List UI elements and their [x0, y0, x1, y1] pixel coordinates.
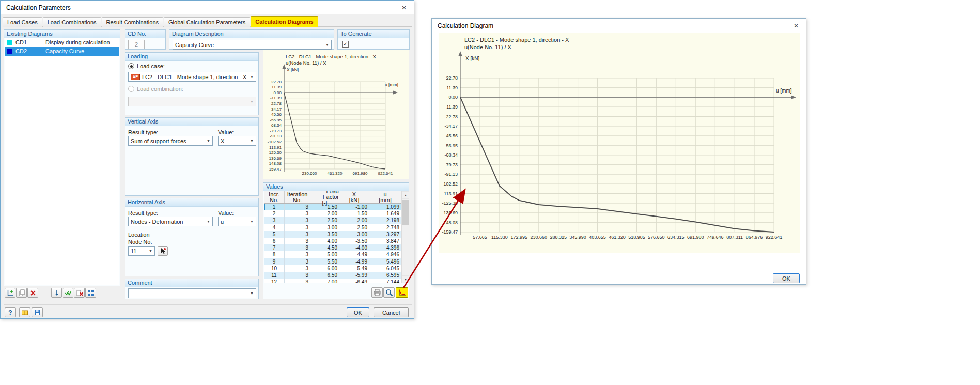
ok-button[interactable]: OK [347, 307, 369, 317]
vertical-axis-header: Vertical Axis [125, 118, 258, 126]
table-row[interactable]: 232.00-1.501.649 [264, 210, 401, 217]
tab-global-calculation-parameters[interactable]: Global Calculation Parameters [164, 17, 250, 27]
values-table: Incr.No.IterationNo.Load Factor[-]X[kN]u… [264, 191, 401, 283]
table-cell: 3 [285, 258, 310, 265]
comment-group: Comment ▼ [125, 279, 259, 299]
dialog-titlebar: Calculation Parameters [1, 1, 414, 14]
table-row[interactable]: 332.50-2.002.198 [264, 217, 401, 224]
table-row[interactable]: 1036.00-5.496.045 [264, 265, 401, 272]
manual-button[interactable] [19, 307, 30, 317]
svg-text:-102.52: -102.52 [442, 181, 458, 187]
show-diagram-button[interactable] [396, 287, 408, 298]
delete-diagram-button[interactable] [74, 288, 85, 298]
sort-diagrams-button[interactable] [51, 288, 62, 298]
ok-label: OK [782, 275, 790, 282]
table-row[interactable]: 131.50-1.001.099 [264, 204, 401, 210]
svg-text:-113.91: -113.91 [442, 191, 458, 196]
chevron-down-icon: ▼ [248, 75, 256, 79]
cd-no-field: 2 [128, 40, 145, 49]
tab-result-combinations[interactable]: Result Combinations [102, 17, 164, 27]
vertical-value-combo[interactable]: X ▼ [218, 136, 256, 146]
svg-text:922.641: 922.641 [766, 235, 783, 240]
tab-load-cases[interactable]: Load Cases [3, 17, 42, 27]
table-cell: 3.297 [369, 231, 401, 238]
table-row[interactable]: 935.50-4.995.496 [264, 258, 401, 265]
save-default-button[interactable] [32, 307, 43, 317]
svg-text:-102.52: -102.52 [268, 140, 282, 144]
table-cell: 2.50 [310, 217, 339, 224]
node-picker-button[interactable] [158, 246, 168, 256]
svg-text:u [mm]: u [mm] [385, 82, 398, 87]
window-titlebar: Calculation Diagram [432, 19, 806, 33]
vertical-result-type-combo[interactable]: Sum of support forces ▼ [128, 136, 213, 146]
svg-text:-159.47: -159.47 [442, 229, 458, 235]
diagram-description-combo[interactable]: Capacity Curve ▼ [173, 40, 332, 50]
table-cell: 1.099 [369, 204, 401, 210]
table-cell: -1.00 [339, 204, 369, 210]
load-combination-radio[interactable]: Load combination: [128, 86, 183, 92]
load-case-value: LC2 - DLC1 - Mode shape 1, direction - X [142, 74, 248, 80]
diagram-id: CD2 [15, 48, 27, 54]
new-diagram-button[interactable] [5, 288, 15, 298]
load-case-combo[interactable]: AE LC2 - DLC1 - Mode shape 1, direction … [128, 72, 256, 82]
horizontal-result-type-combo[interactable]: Nodes - Deformation ▼ [128, 217, 213, 226]
chart-subtitle: u(Node No. 11) / X [464, 44, 511, 50]
diagram-color-swatch [7, 49, 12, 54]
svg-text:345.990: 345.990 [569, 235, 586, 240]
help-button[interactable]: ? [5, 307, 16, 317]
tab-load-combinations[interactable]: Load Combinations [43, 17, 101, 27]
result-type-label: Result type: [128, 129, 158, 135]
preview-chart-svg: 230.660461.320691.980922.64122.7811.390.… [263, 50, 409, 179]
chevron-down-icon: ▼ [323, 43, 331, 47]
copy-icon [18, 289, 25, 297]
scrollbar-thumb[interactable] [402, 200, 409, 225]
scroll-down-icon[interactable]: ▼ [402, 275, 409, 283]
loading-group: Loading Load case: AE LC2 - DLC1 - Mode … [125, 52, 259, 115]
new-diagram-icon [7, 289, 14, 297]
comment-combo[interactable]: ▼ [128, 288, 256, 298]
scroll-up-icon[interactable]: ▲ [402, 191, 409, 199]
table-row[interactable]: 1237.00-6.497.144 [264, 279, 401, 283]
table-row[interactable]: 433.00-2.502.748 [264, 224, 401, 231]
table-cell: 5.496 [369, 258, 401, 265]
node-no-combo[interactable]: 11 ▼ [128, 246, 155, 256]
values-column-header: u[mm] [369, 191, 401, 203]
copy-diagram-button[interactable] [16, 288, 27, 298]
table-row[interactable]: 634.00-3.503.847 [264, 238, 401, 244]
horizontal-value-combo[interactable]: u ▼ [218, 217, 256, 226]
table-row[interactable]: 1136.50-5.996.595 [264, 272, 401, 279]
existing-diagrams-header: Existing Diagrams [4, 30, 120, 38]
tab-calculation-diagrams[interactable]: Calculation Diagrams [251, 16, 318, 27]
table-row[interactable]: 533.50-3.003.297 [264, 231, 401, 238]
delete-all-diagrams-button[interactable] [27, 288, 38, 298]
table-row[interactable]: 734.50-4.004.396 [264, 244, 401, 251]
diagram-list-item[interactable]: CD1Display during calculation [5, 38, 119, 47]
check-all-button[interactable] [63, 288, 73, 298]
print-button[interactable] [371, 287, 383, 298]
table-cell: 4.00 [310, 238, 339, 244]
close-button[interactable]: ✕ [394, 1, 414, 14]
table-cell: 3 [285, 251, 310, 258]
cancel-button[interactable]: Cancel [374, 307, 409, 317]
to-generate-checkbox[interactable]: ✓ [342, 41, 349, 48]
table-cell: -4.00 [339, 244, 369, 251]
zoom-button[interactable] [383, 287, 395, 298]
table-cell: 6.595 [369, 272, 401, 279]
svg-text:-113.91: -113.91 [268, 145, 282, 150]
capacity-curve-preview-chart: 230.660461.320691.980922.64122.7811.390.… [263, 50, 409, 179]
renumber-button[interactable] [85, 288, 96, 298]
table-cell: 3 [285, 210, 310, 217]
ok-button[interactable]: OK [773, 273, 800, 283]
radio-dot-icon [128, 63, 134, 69]
comment-header: Comment [125, 279, 258, 287]
table-row[interactable]: 835.00-4.494.946 [264, 251, 401, 258]
values-header-row: Incr.No.IterationNo.Load Factor[-]X[kN]u… [264, 191, 401, 204]
sort-icon [53, 289, 60, 297]
table-cell: 5 [264, 231, 285, 238]
diagram-list-item[interactable]: CD2Capacity Curve [5, 47, 119, 56]
close-button[interactable]: ✕ [786, 19, 806, 33]
calculation-diagram-chart: 57.665115.330172.995230.660288.325345.99… [439, 33, 800, 253]
load-case-radio[interactable]: Load case: [128, 63, 165, 69]
check-all-icon [65, 289, 72, 297]
values-scrollbar[interactable]: ▲ ▼ [401, 191, 409, 283]
